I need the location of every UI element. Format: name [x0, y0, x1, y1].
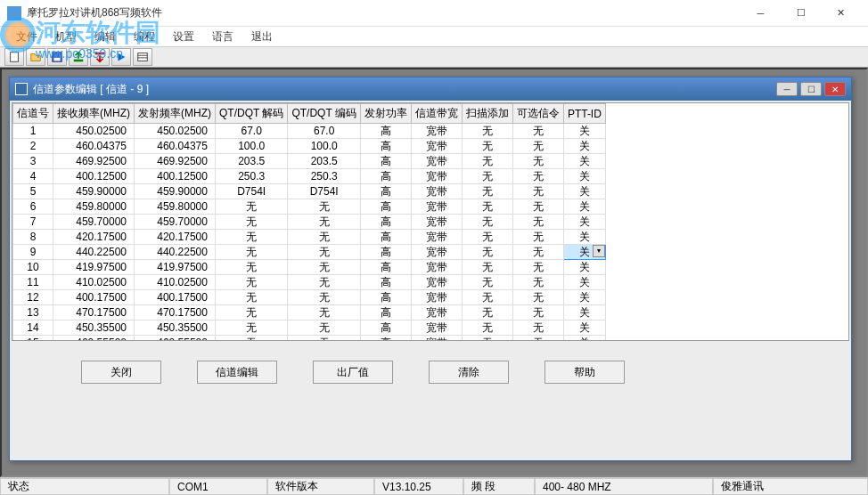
- cell-pwr[interactable]: 高: [360, 199, 411, 215]
- cell-pwr[interactable]: 高: [360, 169, 411, 184]
- cell-ch[interactable]: 12: [13, 290, 53, 305]
- table-row[interactable]: 6459.80000459.80000无无高宽带无无关: [13, 199, 606, 215]
- cell-sig[interactable]: 无: [512, 275, 563, 290]
- cell-enc[interactable]: 100.0: [288, 139, 360, 154]
- cell-sig[interactable]: 无: [512, 290, 563, 305]
- cell-ptt[interactable]: 关: [563, 305, 605, 321]
- cell-scan[interactable]: 无: [462, 230, 512, 245]
- cell-pwr[interactable]: 高: [360, 336, 411, 342]
- cell-ch[interactable]: 1: [13, 124, 53, 139]
- column-header[interactable]: 信道号: [13, 104, 53, 124]
- cell-dec[interactable]: 无: [215, 245, 287, 260]
- cell-scan[interactable]: 无: [462, 215, 512, 230]
- factory-reset-button[interactable]: 出厂值: [313, 361, 393, 384]
- cell-ptt[interactable]: 关: [563, 215, 605, 230]
- cell-sig[interactable]: 无: [512, 154, 563, 169]
- cell-bw[interactable]: 宽带: [411, 260, 462, 275]
- cell-pwr[interactable]: 高: [360, 245, 411, 260]
- column-header[interactable]: PTT-ID: [563, 104, 605, 124]
- cell-ch[interactable]: 9: [13, 245, 53, 260]
- cell-rx[interactable]: 419.97500: [53, 260, 135, 275]
- cell-ptt[interactable]: 关: [563, 139, 605, 154]
- cell-tx[interactable]: 420.17500: [134, 230, 215, 245]
- cell-scan[interactable]: 无: [462, 321, 512, 336]
- cell-ch[interactable]: 13: [13, 305, 53, 321]
- cell-rx[interactable]: 400.17500: [53, 290, 135, 305]
- cell-scan[interactable]: 无: [462, 305, 512, 321]
- cell-ch[interactable]: 5: [13, 184, 53, 199]
- cell-scan[interactable]: 无: [462, 199, 512, 215]
- menu-model[interactable]: 机型: [46, 28, 86, 46]
- dropdown-arrow-icon[interactable]: ▾: [593, 245, 605, 257]
- table-row[interactable]: 3469.92500469.92500203.5203.5高宽带无无关: [13, 154, 606, 169]
- cell-enc[interactable]: 203.5: [288, 154, 360, 169]
- cell-ptt[interactable]: 关: [563, 336, 605, 342]
- table-row[interactable]: 12400.17500400.17500无无高宽带无无关: [13, 290, 606, 305]
- cell-ch[interactable]: 7: [13, 215, 53, 230]
- cell-scan[interactable]: 无: [462, 184, 512, 199]
- cell-scan[interactable]: 无: [462, 336, 512, 342]
- minimize-button[interactable]: ─: [741, 1, 781, 26]
- cell-dec[interactable]: 无: [215, 230, 287, 245]
- cell-pwr[interactable]: 高: [360, 290, 411, 305]
- cell-enc[interactable]: D754I: [288, 184, 360, 199]
- cell-dec[interactable]: 无: [215, 290, 287, 305]
- cell-ch[interactable]: 4: [13, 169, 53, 184]
- cell-rx[interactable]: 459.80000: [53, 199, 135, 215]
- cell-sig[interactable]: 无: [512, 215, 563, 230]
- table-row[interactable]: 10419.97500419.97500无无高宽带无无关: [13, 260, 606, 275]
- cell-rx[interactable]: 459.70000: [53, 215, 135, 230]
- cell-tx[interactable]: 450.35500: [134, 321, 215, 336]
- cell-rx[interactable]: 450.35500: [53, 321, 135, 336]
- cell-tx[interactable]: 400.17500: [134, 290, 215, 305]
- cell-sig[interactable]: 无: [512, 336, 563, 342]
- cell-tx[interactable]: 460.55500: [134, 336, 215, 342]
- table-row[interactable]: 1450.02500450.0250067.067.0高宽带无无关: [13, 124, 606, 139]
- cell-bw[interactable]: 宽带: [411, 169, 462, 184]
- cell-bw[interactable]: 宽带: [411, 275, 462, 290]
- cell-scan[interactable]: 无: [462, 275, 512, 290]
- cell-sig[interactable]: 无: [512, 184, 563, 199]
- cell-tx[interactable]: 410.02500: [134, 275, 215, 290]
- cell-ch[interactable]: 3: [13, 154, 53, 169]
- column-header[interactable]: 可选信令: [512, 104, 563, 124]
- cell-rx[interactable]: 470.17500: [53, 305, 135, 321]
- cell-tx[interactable]: 450.02500: [134, 124, 215, 139]
- cell-ptt[interactable]: 关: [563, 260, 605, 275]
- cell-ch[interactable]: 15: [13, 336, 53, 342]
- cell-bw[interactable]: 宽带: [411, 184, 462, 199]
- column-header[interactable]: 信道带宽: [411, 104, 462, 124]
- child-close-button[interactable]: ✕: [824, 82, 846, 96]
- cell-tx[interactable]: 460.04375: [134, 139, 215, 154]
- cell-enc[interactable]: 无: [288, 336, 360, 342]
- cell-scan[interactable]: 无: [462, 260, 512, 275]
- cell-enc[interactable]: 无: [288, 230, 360, 245]
- cell-ch[interactable]: 2: [13, 139, 53, 154]
- cell-tx[interactable]: 469.92500: [134, 154, 215, 169]
- child-maximize-button[interactable]: ☐: [800, 82, 822, 96]
- cell-enc[interactable]: 无: [288, 275, 360, 290]
- channel-table-wrap[interactable]: 信道号接收频率(MHZ)发射频率(MHZ)QT/DQT 解码QT/DQT 编码发…: [12, 102, 849, 341]
- cell-enc[interactable]: 无: [288, 305, 360, 321]
- table-row[interactable]: 13470.17500470.17500无无高宽带无无关: [13, 305, 606, 321]
- maximize-button[interactable]: ☐: [781, 1, 821, 26]
- cell-dec[interactable]: D754I: [215, 184, 287, 199]
- toolbar-channel-icon[interactable]: [133, 48, 152, 66]
- cell-dec[interactable]: 67.0: [215, 124, 287, 139]
- cell-ptt[interactable]: 关: [563, 275, 605, 290]
- cell-enc[interactable]: 无: [288, 321, 360, 336]
- cell-ptt[interactable]: 关: [563, 321, 605, 336]
- cell-bw[interactable]: 宽带: [411, 290, 462, 305]
- cell-tx[interactable]: 440.22500: [134, 245, 215, 260]
- cell-sig[interactable]: 无: [512, 321, 563, 336]
- cell-rx[interactable]: 420.17500: [53, 230, 135, 245]
- cell-sig[interactable]: 无: [512, 245, 563, 260]
- table-row[interactable]: 7459.70000459.70000无无高宽带无无关: [13, 215, 606, 230]
- cell-dec[interactable]: 100.0: [215, 139, 287, 154]
- cell-enc[interactable]: 250.3: [288, 169, 360, 184]
- cell-dec[interactable]: 无: [215, 199, 287, 215]
- cell-rx[interactable]: 469.92500: [53, 154, 135, 169]
- channel-edit-button[interactable]: 信道编辑: [197, 361, 277, 384]
- cell-bw[interactable]: 宽带: [411, 154, 462, 169]
- cell-sig[interactable]: 无: [512, 169, 563, 184]
